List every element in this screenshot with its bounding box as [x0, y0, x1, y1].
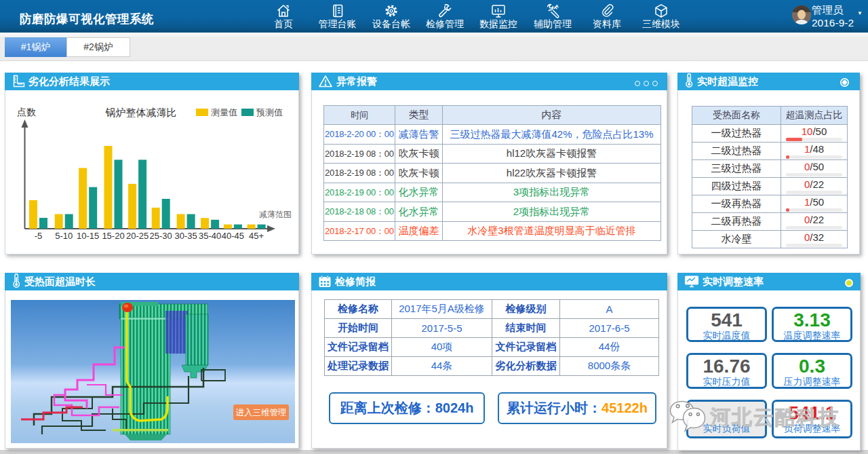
- svg-text:5-10: 5-10: [55, 231, 73, 241]
- svg-text:-5: -5: [35, 231, 43, 241]
- svg-text:20-25: 20-25: [126, 231, 149, 241]
- svg-text:30-35: 30-35: [174, 231, 197, 241]
- svg-text:锅炉整体减薄比: 锅炉整体减薄比: [105, 107, 177, 118]
- svg-text:减薄范围: 减薄范围: [259, 210, 292, 219]
- svg-text:45+: 45+: [249, 231, 264, 241]
- svg-text:进入三维管理: 进入三维管理: [236, 408, 287, 417]
- svg-text:35-40: 35-40: [199, 231, 221, 241]
- svg-text:25-30: 25-30: [150, 231, 172, 241]
- svg-text:测量值: 测量值: [211, 107, 237, 117]
- svg-text:点数: 点数: [17, 107, 36, 117]
- svg-text:河北云酷科技: 河北云酷科技: [709, 406, 840, 428]
- svg-text:40-45: 40-45: [222, 231, 244, 241]
- svg-text:15-20: 15-20: [102, 231, 124, 241]
- svg-text:10-15: 10-15: [77, 231, 99, 241]
- svg-text:预测值: 预测值: [256, 107, 283, 117]
